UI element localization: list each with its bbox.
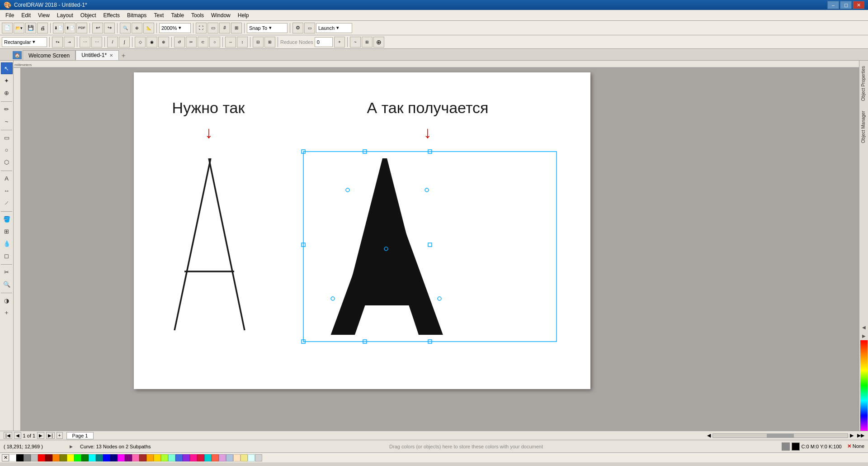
palette-color-30[interactable]: [226, 454, 233, 461]
palette-color-14[interactable]: [110, 454, 118, 461]
palette-color-26[interactable]: [197, 454, 204, 461]
palette-color-17[interactable]: [132, 454, 139, 461]
palette-color-34[interactable]: [255, 454, 262, 461]
panel-collapse-button[interactable]: ▶: [860, 332, 868, 340]
palette-color-15[interactable]: [118, 454, 125, 461]
break-nodes-button[interactable]: ⋯: [91, 37, 102, 48]
palette-color-33[interactable]: [248, 454, 255, 461]
filled-a-letter[interactable]: A: [326, 183, 447, 370]
page-name-tab[interactable]: Page 1: [66, 432, 94, 439]
select-all-nodes-button[interactable]: ⊞: [362, 37, 373, 48]
menu-effects[interactable]: Effects: [100, 11, 123, 19]
import-button[interactable]: ⬇📄: [53, 23, 64, 33]
expand-coords-button[interactable]: ▶: [70, 444, 73, 449]
palette-color-23[interactable]: [175, 454, 183, 461]
scroll-left-arrow[interactable]: ◀: [707, 433, 711, 438]
shape-mode-dropdown[interactable]: Rectangular ▾: [2, 37, 47, 47]
tool-connector[interactable]: ⟋: [1, 197, 13, 209]
node-remove-button[interactable]: -▪: [64, 37, 75, 48]
palette-color-32[interactable]: [241, 454, 248, 461]
tool-polygon[interactable]: ⬡: [1, 156, 13, 168]
to-curve-button[interactable]: ∫: [119, 37, 130, 48]
tool-add[interactable]: ＋: [1, 307, 13, 319]
minimize-button[interactable]: –: [827, 1, 839, 9]
home-tab-icon[interactable]: 🏠: [13, 51, 22, 59]
tool-transform[interactable]: ⊕: [1, 87, 13, 99]
palette-color-11[interactable]: [89, 454, 96, 461]
node-add-button[interactable]: +▪: [52, 37, 63, 48]
palette-color-29[interactable]: [219, 454, 226, 461]
palette-color-1[interactable]: [16, 454, 24, 461]
palette-color-13[interactable]: [103, 454, 110, 461]
palette-color-0[interactable]: [9, 454, 16, 461]
zoom-page-button[interactable]: 📐: [143, 23, 154, 33]
extract-button[interactable]: ✂: [186, 37, 197, 48]
object-properties-panel[interactable]: Object Properties: [859, 62, 868, 105]
align-nodes-horiz-button[interactable]: ⊟: [253, 37, 264, 48]
guidelines-button[interactable]: ⊞: [231, 23, 242, 33]
publish-pdf-button[interactable]: PDF: [76, 23, 87, 33]
cusp-button[interactable]: ◇: [135, 37, 146, 48]
tool-crop[interactable]: ✂: [1, 266, 13, 278]
view-toolbar-button[interactable]: ▭: [304, 23, 315, 33]
tool-eraser[interactable]: ◻: [1, 250, 13, 262]
palette-color-10[interactable]: [81, 454, 89, 461]
full-screen-button[interactable]: ⛶: [196, 23, 207, 33]
tool-eyedropper[interactable]: 💧: [1, 238, 13, 249]
new-button[interactable]: 📄: [2, 23, 13, 33]
stretch-vert-button[interactable]: ↕: [237, 37, 248, 48]
scrollbar-thumb[interactable]: [767, 434, 794, 437]
palette-color-19[interactable]: [146, 454, 154, 461]
add-tab-button[interactable]: New Tab ＋: [119, 51, 128, 60]
palette-color-12[interactable]: [96, 454, 103, 461]
auto-close-button[interactable]: ⊂: [198, 37, 208, 48]
tool-rectangle[interactable]: ▭: [1, 132, 13, 143]
menu-help[interactable]: Help: [234, 11, 253, 19]
menu-file[interactable]: File: [2, 11, 18, 19]
object-manager-panel[interactable]: Object Manager: [859, 107, 868, 147]
redo-button[interactable]: ↪: [104, 23, 115, 33]
palette-color-6[interactable]: [52, 454, 60, 461]
zoom-out-button[interactable]: ▶▶: [857, 433, 864, 438]
scroll-right-arrow[interactable]: ▶: [850, 433, 854, 438]
elastic-mode-button[interactable]: ~: [350, 37, 361, 48]
join-nodes-button[interactable]: ⋯: [80, 37, 90, 48]
palette-color-9[interactable]: [74, 454, 81, 461]
to-line-button[interactable]: /: [107, 37, 118, 48]
tool-dimension[interactable]: ↔: [1, 185, 13, 196]
symmetrical-button[interactable]: ⊕: [158, 37, 169, 48]
export-button[interactable]: ⬆📄: [65, 23, 75, 33]
tool-shadow[interactable]: ◑: [1, 295, 13, 306]
tool-fill[interactable]: 🪣: [1, 213, 13, 225]
tool-mesh[interactable]: ⊞: [1, 225, 13, 237]
menu-layout[interactable]: Layout: [53, 11, 77, 19]
menu-bitmaps[interactable]: Bitmaps: [123, 11, 150, 19]
undo-button[interactable]: ↩: [92, 23, 103, 33]
tool-ellipse[interactable]: ○: [1, 144, 13, 156]
reverse-dir-button[interactable]: ↺: [174, 37, 185, 48]
palette-color-18[interactable]: [139, 454, 146, 461]
restore-button[interactable]: ◻: [840, 1, 852, 9]
no-fill-button[interactable]: ✕: [2, 454, 9, 461]
palette-color-4[interactable]: [38, 454, 45, 461]
zoom-button[interactable]: ⊕: [132, 23, 142, 33]
palette-color-2[interactable]: [24, 454, 31, 461]
view-simple-button[interactable]: ▭: [208, 23, 218, 33]
color-spectrum[interactable]: [860, 340, 868, 431]
palette-color-28[interactable]: [212, 454, 219, 461]
canvas[interactable]: Нужно так ↓ А так получается ↓: [21, 68, 859, 431]
tool-node[interactable]: ✦: [1, 75, 13, 86]
launch-dropdown[interactable]: Launch ▾: [316, 23, 352, 33]
palette-color-21[interactable]: [161, 454, 168, 461]
menu-view[interactable]: View: [34, 11, 53, 19]
close-tab-icon[interactable]: ✕: [109, 53, 113, 58]
search-replace-button[interactable]: 🔍: [120, 23, 131, 33]
tab-welcome[interactable]: Welcome Screen: [23, 50, 75, 60]
close-button[interactable]: ✕: [853, 1, 864, 9]
menu-edit[interactable]: Edit: [18, 11, 34, 19]
stretch-horiz-button[interactable]: ↔: [225, 37, 236, 48]
print-button[interactable]: 🖨: [37, 23, 48, 33]
save-button[interactable]: 💾: [25, 23, 36, 33]
palette-color-25[interactable]: [190, 454, 197, 461]
options-button[interactable]: ⚙: [292, 23, 303, 33]
